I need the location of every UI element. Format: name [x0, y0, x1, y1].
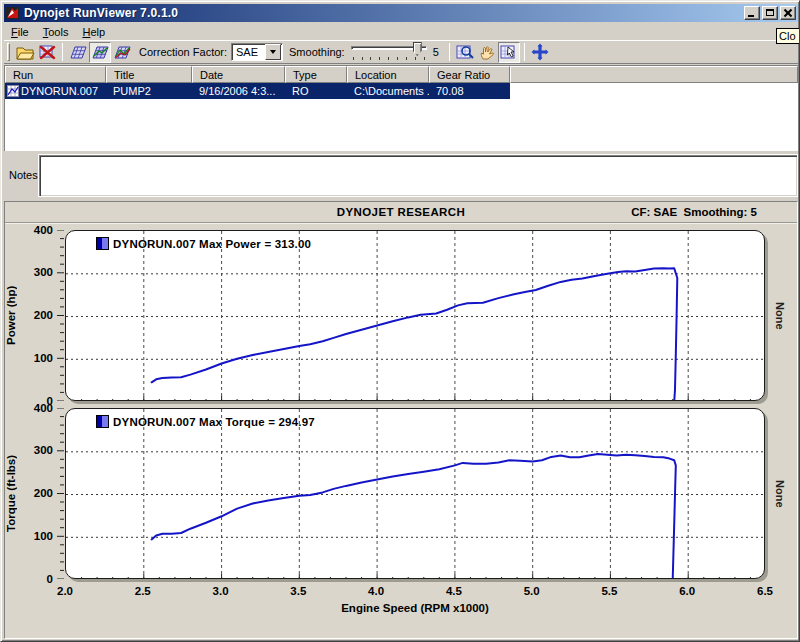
app-window: Dynojet RunViewer 7.0.1.0 File Tools Hel… [0, 0, 800, 642]
column-header-run[interactable]: Run [5, 66, 106, 83]
move-crosshair-icon [530, 43, 550, 61]
torque-chart-panel[interactable]: DYNORUN.007 Max Torque = 294.97 [65, 408, 765, 579]
window-title: Dynojet RunViewer 7.0.1.0 [24, 6, 178, 20]
notes-input[interactable] [39, 155, 797, 196]
column-header-type[interactable]: Type [285, 66, 347, 83]
pan-hand-icon [477, 43, 497, 61]
power-legend-swatch [96, 237, 109, 250]
run-file-icon [7, 85, 19, 97]
slider-ticks [353, 57, 425, 60]
title-cell: PUMP2 [106, 85, 192, 97]
torque-right-label: None [773, 408, 787, 579]
y-tick-label: 0 [19, 573, 53, 585]
x-tick-label: 4.5 [446, 585, 462, 597]
close-tooltip: Clo [776, 28, 800, 44]
correction-factor-select[interactable]: SAE [231, 43, 283, 61]
toolbar-grip[interactable] [7, 43, 10, 61]
power-legend: DYNORUN.007 Max Power = 313.00 [96, 237, 311, 250]
menu-tools[interactable]: Tools [36, 24, 76, 40]
column-header-date[interactable]: Date [192, 66, 285, 83]
y-tick-label: 100 [19, 352, 53, 364]
smoothing-label: Smoothing: [289, 46, 345, 58]
graph-view-1-button[interactable] [67, 42, 89, 63]
close-icon [783, 9, 793, 17]
power-legend-text: DYNORUN.007 Max Power = 313.00 [113, 238, 311, 250]
x-tick-label: 5.0 [524, 585, 540, 597]
title-bar[interactable]: Dynojet RunViewer 7.0.1.0 [4, 4, 798, 22]
delete-run-button[interactable] [36, 42, 58, 63]
y-tick-label: 400 [19, 402, 53, 414]
chart-cf-smoothing: CF: SAE Smoothing: 5 [631, 206, 757, 218]
power-ytick-marks [55, 230, 64, 401]
table-row[interactable]: DYNORUN.007 PUMP2 9/16/2006 4:3... RO C:… [5, 83, 510, 99]
track-cursor-icon [499, 43, 519, 61]
torque-ytick-labels: 0100200300400 [19, 408, 53, 579]
zoom-icon [455, 43, 475, 61]
power-right-label: None [773, 230, 787, 401]
zoom-button[interactable] [454, 42, 476, 63]
open-file-button[interactable] [14, 42, 36, 63]
minimize-icon [748, 15, 754, 17]
close-button[interactable] [780, 6, 796, 20]
x-tick-label: 6.0 [679, 585, 695, 597]
chart-area: DYNOJET RESEARCH CF: SAE Smoothing: 5 Po… [4, 201, 798, 639]
delete-run-icon [37, 43, 57, 61]
x-tick-label: 4.0 [368, 585, 384, 597]
type-cell: RO [285, 85, 347, 97]
graph-view-2-button[interactable] [89, 42, 111, 63]
open-folder-icon [16, 44, 35, 61]
notes-label: Notes: [9, 169, 41, 181]
app-icon [6, 6, 20, 20]
y-tick-label: 300 [19, 266, 53, 278]
toolbar-separator [62, 43, 63, 61]
smoothing-slider[interactable] [351, 42, 427, 62]
y-tick-label: 300 [19, 444, 53, 456]
maximize-button[interactable] [762, 6, 778, 20]
x-tick-label: 6.5 [757, 585, 773, 597]
track-button[interactable] [498, 42, 520, 63]
y-tick-label: 200 [19, 309, 53, 321]
location-cell: C:\Documents ... [347, 85, 429, 97]
x-tick-label: 3.5 [290, 585, 306, 597]
column-header-title[interactable]: Title [106, 66, 192, 83]
menu-file[interactable]: File [4, 24, 36, 40]
chevron-down-icon [270, 50, 276, 54]
run-list: Run Title Date Type Location Gear Ratio … [4, 65, 798, 151]
x-axis-title: Engine Speed (RPM x1000) [65, 602, 765, 614]
column-header-gear-ratio[interactable]: Gear Ratio [429, 66, 510, 83]
power-ytick-labels: 0100200300400 [19, 230, 53, 401]
correction-factor-value: SAE [232, 46, 265, 58]
torque-ytick-marks [55, 408, 64, 579]
column-header-location[interactable]: Location [347, 66, 429, 83]
menu-bar: File Tools Help [4, 23, 798, 40]
gear-ratio-cell: 70.08 [429, 85, 510, 97]
graph-view-3-button[interactable] [111, 42, 133, 63]
maximize-icon [766, 9, 774, 16]
menu-help[interactable]: Help [75, 24, 112, 40]
graph-view-2-icon [90, 43, 110, 61]
torque-legend-text: DYNORUN.007 Max Torque = 294.97 [113, 416, 315, 428]
y-tick-label: 100 [19, 530, 53, 542]
slider-thumb[interactable] [413, 42, 422, 56]
power-chart-panel[interactable]: DYNORUN.007 Max Power = 313.00 [65, 230, 765, 401]
x-tick-label: 3.0 [213, 585, 229, 597]
y-tick-label: 200 [19, 487, 53, 499]
chart-header: DYNOJET RESEARCH CF: SAE Smoothing: 5 [5, 202, 797, 223]
minimize-button[interactable] [744, 6, 760, 20]
x-axis-tick-labels: 2.02.53.03.54.04.55.05.56.06.5 [5, 585, 797, 599]
run-cell: DYNORUN.007 [5, 85, 106, 97]
combo-dropdown-button[interactable] [265, 44, 281, 60]
run-name: DYNORUN.007 [21, 85, 98, 97]
toolbar-separator [524, 43, 525, 61]
power-axis-title: Power (hp) [3, 230, 19, 401]
pan-button[interactable] [476, 42, 498, 63]
toolbar-separator [449, 43, 450, 61]
torque-axis-title: Torque (ft-lbs) [3, 408, 19, 579]
run-list-header: Run Title Date Type Location Gear Ratio [5, 66, 798, 83]
graph-view-3-icon [112, 43, 132, 61]
graph-view-1-icon [68, 43, 88, 61]
torque-plot [66, 409, 765, 579]
move-button[interactable] [529, 42, 551, 63]
smoothing-value: 5 [433, 46, 439, 58]
x-tick-label: 2.0 [57, 585, 73, 597]
